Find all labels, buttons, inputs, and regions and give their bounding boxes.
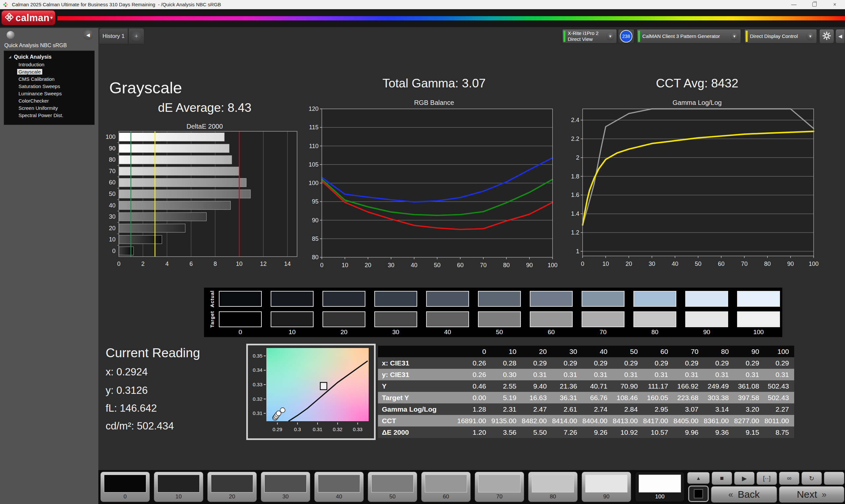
back-button[interactable]: « Back <box>711 486 777 503</box>
pattern-generator-label: CalMAN Client 3 Pattern Generator <box>642 33 720 39</box>
meter-mode: Direct View <box>568 36 598 42</box>
restore-button[interactable] <box>804 0 825 9</box>
table-cell: 16.63 <box>522 392 552 403</box>
play-icon: ▶ <box>742 475 747 482</box>
svg-text:4: 4 <box>165 260 169 267</box>
minimize-button[interactable]: — <box>784 0 804 9</box>
display-control-dropdown[interactable]: Direct Display Control ▼ <box>744 29 817 43</box>
cct-avg-heading: CCT Avg: 8432 <box>569 76 825 90</box>
table-cell: 223.68 <box>673 392 704 403</box>
pattern-level-button-50[interactable]: 50 <box>368 472 417 502</box>
reading-x: x: 0.2924 <box>106 366 148 378</box>
play-button[interactable]: ▶ <box>734 472 755 485</box>
table-cell: 66.76 <box>582 392 613 403</box>
pattern-level-label: 60 <box>422 493 470 500</box>
tree-root-quick-analysis[interactable]: Quick Analysis <box>4 53 94 61</box>
table-cell: 8277.00 <box>734 415 764 427</box>
actual-swatch-20 <box>322 291 365 307</box>
calman-dropdown-arrow-icon[interactable]: ▼ <box>50 13 53 22</box>
table-row: Target Y0.005.1916.6336.3166.76108.46160… <box>378 392 794 403</box>
table-row: y: CIE310.260.300.310.310.310.310.310.31… <box>378 369 794 380</box>
target-swatch-50 <box>478 311 521 327</box>
svg-text:40: 40 <box>109 202 116 209</box>
next-button[interactable]: Next » <box>779 486 844 503</box>
target-swatch-40 <box>426 311 469 327</box>
pattern-level-button-100[interactable]: 100 <box>635 472 685 502</box>
reading-cdm2: cd/m²: 502.434 <box>106 420 174 432</box>
table-cell: 3.14 <box>704 403 734 415</box>
pattern-generator-dropdown[interactable]: CalMAN Client 3 Pattern Generator ▼ <box>637 29 741 43</box>
sidebar-item-cms-calibration[interactable]: CMS Calibration <box>4 75 94 83</box>
target-swatch-70 <box>582 311 624 327</box>
refresh-button[interactable]: ↻ <box>802 472 822 485</box>
sidebar-item-introduction[interactable]: Introduction <box>4 61 94 68</box>
target-swatch-100 <box>737 311 780 327</box>
svg-text:20: 20 <box>109 225 116 232</box>
meter-dropdown[interactable]: X-Rite i1Pro 2 Direct View ▼ <box>562 29 617 43</box>
pattern-size-up-button[interactable]: ▲ <box>687 472 710 484</box>
actual-swatch-50 <box>478 291 521 307</box>
pattern-level-button-90[interactable]: 90 <box>582 472 631 502</box>
row-label: Gamma Log/Log <box>378 403 457 415</box>
rgb-balance-chart-title: RGB Balance <box>309 99 560 107</box>
pattern-window-button[interactable] <box>688 486 709 502</box>
table-cell: 9.36 <box>704 427 734 438</box>
pattern-level-button-30[interactable]: 30 <box>261 472 310 502</box>
sidebar-item-grayscale[interactable]: Grayscale <box>4 68 94 75</box>
close-button[interactable]: × <box>825 0 845 9</box>
pattern-level-button-10[interactable]: 10 <box>154 472 203 502</box>
table-cell: 0.31 <box>552 369 582 380</box>
collapse-panel-button[interactable]: ◀ <box>835 29 845 43</box>
sidebar-item-colorchecker[interactable]: ColorChecker <box>4 97 94 105</box>
meter-reading-badge[interactable]: 238 <box>618 29 634 43</box>
stop-button[interactable]: ■ <box>712 472 732 485</box>
svg-text:60: 60 <box>457 262 463 269</box>
pattern-level-button-40[interactable]: 40 <box>314 472 364 502</box>
table-column-30: 30 <box>552 346 582 357</box>
svg-text:105: 105 <box>309 161 318 168</box>
table-cell: 111.17 <box>643 380 673 392</box>
pattern-level-button-70[interactable]: 70 <box>475 472 524 502</box>
svg-text:0.31: 0.31 <box>313 427 322 432</box>
svg-text:80: 80 <box>109 156 116 163</box>
settings-button[interactable] <box>819 29 834 43</box>
table-cell: 9135.00 <box>492 415 522 427</box>
table-cell: 2.95 <box>643 403 673 415</box>
table-column-100: 100 <box>764 346 794 357</box>
pattern-swatch <box>157 475 200 492</box>
pattern-level-button-80[interactable]: 80 <box>528 472 578 502</box>
row-label: x: CIE31 <box>378 357 457 369</box>
pattern-swatch <box>478 475 521 492</box>
swatch-level-label: 40 <box>426 328 469 336</box>
step-button[interactable]: [··] <box>757 472 777 485</box>
svg-text:1.8: 1.8 <box>571 173 579 180</box>
calman-menu-button[interactable]: calman ▼ <box>1 10 55 25</box>
sidebar-collapse-button[interactable]: ◀ <box>83 30 93 40</box>
table-cell: 8404.00 <box>582 415 613 427</box>
sidebar-item-luminance-sweeps[interactable]: Luminance Sweeps <box>4 90 94 97</box>
continuous-button[interactable]: ∞ <box>779 472 799 485</box>
sidebar-item-saturation-sweeps[interactable]: Saturation Sweeps <box>4 83 94 90</box>
record-button[interactable] <box>824 472 844 485</box>
table-cell: 8413.00 <box>613 415 643 427</box>
svg-text:20: 20 <box>365 262 371 269</box>
pattern-level-button-60[interactable]: 60 <box>421 472 471 502</box>
table-column-60: 60 <box>643 346 673 357</box>
svg-text:90: 90 <box>109 145 116 152</box>
pattern-swatch <box>532 475 574 492</box>
pattern-level-button-20[interactable]: 20 <box>207 472 257 502</box>
pattern-level-button-0[interactable]: 0 <box>100 472 150 502</box>
bottom-bar: 0102030405060708090100 ▲ ■▶[··]∞↻ « Back… <box>99 470 845 504</box>
sidebar-item-screen-uniformity[interactable]: Screen Uniformity <box>4 105 94 112</box>
sidebar-item-spectral-power-dist[interactable]: Spectral Power Dist. <box>4 112 94 119</box>
table-cell: 361.08 <box>734 380 764 392</box>
table-cell: 0.31 <box>673 369 704 380</box>
table-cell: 160.05 <box>643 392 673 403</box>
add-tab-button[interactable]: + <box>128 28 144 44</box>
meter-name: X-Rite i1Pro 2 <box>568 30 598 36</box>
svg-text:1.6: 1.6 <box>571 192 579 198</box>
svg-text:30: 30 <box>649 260 655 267</box>
svg-text:85: 85 <box>312 235 318 242</box>
tab-history-1[interactable]: History 1 <box>99 28 128 44</box>
reading-fl: fL: 146.642 <box>106 402 157 414</box>
